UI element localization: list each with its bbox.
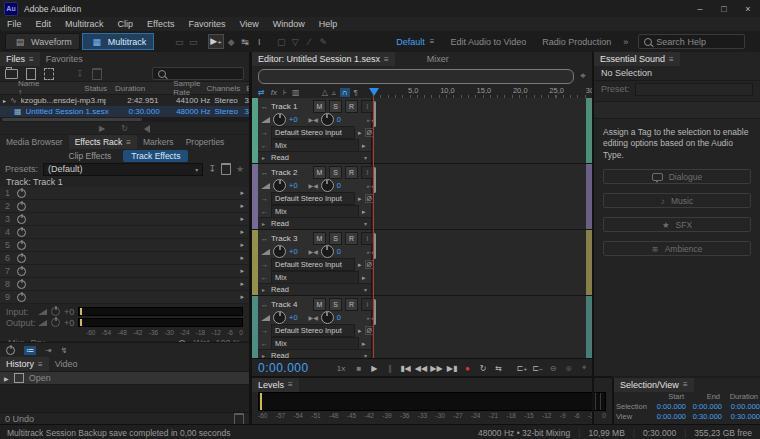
selection-duration[interactable]: 0:00.000: [722, 402, 760, 411]
import-file-icon[interactable]: [26, 68, 36, 80]
chevron-right-icon[interactable]: ▸: [358, 261, 362, 269]
power-icon[interactable]: [17, 280, 26, 289]
pan-knob[interactable]: [321, 245, 334, 258]
effect-slot[interactable]: 5 ▸: [0, 239, 249, 252]
effect-slot[interactable]: 3 ▸: [0, 213, 249, 226]
marker-pin-icon[interactable]: ¶: [354, 88, 358, 97]
skip-selection-button[interactable]: ⇆: [491, 364, 507, 373]
effect-slot[interactable]: 7 ▸: [0, 265, 249, 278]
file-row-selected[interactable]: ▦ Untitled Session 1.sesx 0:30.000 48000…: [0, 106, 249, 117]
volume-knob[interactable]: [273, 311, 286, 324]
automation-expand-icon[interactable]: ▸: [262, 220, 265, 227]
history-entry[interactable]: ▶ Open: [0, 371, 249, 385]
tab-history[interactable]: History ≡: [0, 357, 49, 371]
lasso-tool-icon[interactable]: ▽: [288, 37, 302, 47]
waveform-view-button[interactable]: ▤ Waveform: [5, 33, 80, 50]
workspace-overflow[interactable]: »: [623, 37, 628, 47]
metering-icon[interactable]: ▥: [292, 88, 300, 97]
sfx-button[interactable]: ★ SFX: [603, 217, 751, 232]
output-power-icon[interactable]: [51, 318, 60, 327]
rewind-button[interactable]: ◀◀: [413, 364, 429, 373]
tab-markers[interactable]: Markers: [137, 135, 180, 149]
pan-knob[interactable]: [321, 179, 334, 192]
menu-item[interactable]: Effects: [140, 19, 181, 29]
tab-levels[interactable]: Levels ≡: [252, 378, 299, 392]
editor-panel-menu-icon[interactable]: ≡: [384, 55, 389, 64]
volume-knob[interactable]: [273, 245, 286, 258]
rack-list-view-icon[interactable]: ≔: [24, 346, 36, 355]
col-channels[interactable]: Channels: [206, 84, 240, 93]
chevron-right-icon[interactable]: ▸: [362, 142, 366, 150]
snap-time-icon[interactable]: △: [322, 88, 328, 97]
power-icon[interactable]: [17, 228, 26, 237]
tab-files[interactable]: Files ≡: [0, 52, 40, 66]
arm-button[interactable]: R: [345, 298, 358, 311]
tab-effects-rack[interactable]: Effects Rack ≡: [69, 135, 137, 149]
menu-item[interactable]: Help: [312, 19, 345, 29]
mute-button[interactable]: M: [313, 166, 326, 179]
menu-item[interactable]: View: [232, 19, 265, 29]
mute-button[interactable]: M: [313, 298, 326, 311]
zoom-out-time-button[interactable]: ⊏₋: [530, 364, 546, 373]
loop-playback-button[interactable]: ↻: [475, 364, 491, 373]
chevron-right-icon[interactable]: ▸: [362, 208, 366, 216]
chevron-right-icon[interactable]: ▸: [240, 267, 244, 275]
pan-value[interactable]: 0: [337, 181, 341, 190]
power-icon[interactable]: [17, 293, 26, 302]
chevron-down-icon[interactable]: ▾: [364, 352, 367, 358]
zoom-in-button[interactable]: ⊖: [545, 364, 561, 373]
pause-button[interactable]: ∥: [382, 364, 398, 373]
arm-button[interactable]: R: [345, 166, 358, 179]
zoom-full-button[interactable]: ⌖: [576, 363, 592, 373]
view-end[interactable]: 0:30.000: [686, 412, 722, 421]
track-name[interactable]: Track 3: [271, 234, 297, 243]
track-input-select[interactable]: Default Stereo Input: [271, 258, 355, 271]
levels-panel-menu-icon[interactable]: ≡: [288, 380, 293, 389]
multitrack-view-button[interactable]: ▦ Multitrack: [82, 33, 155, 50]
track-lane[interactable]: [371, 296, 586, 358]
pan-knob[interactable]: [321, 113, 334, 126]
volume-value[interactable]: +0: [289, 247, 298, 256]
tab-media-browser[interactable]: Media Browser: [0, 135, 69, 149]
chevron-right-icon[interactable]: ▸: [362, 274, 366, 282]
panel-layout2-icon[interactable]: ▭: [186, 37, 200, 47]
favorite-star-icon[interactable]: ★: [236, 164, 244, 174]
arm-button[interactable]: R: [345, 100, 358, 113]
effect-slot[interactable]: 1 ▸: [0, 187, 249, 200]
chevron-right-icon[interactable]: ▸: [240, 241, 244, 249]
power-icon[interactable]: [17, 215, 26, 224]
go-to-start-button[interactable]: ▮◀: [398, 364, 414, 373]
chevron-right-icon[interactable]: ▸: [358, 327, 362, 335]
power-icon[interactable]: [17, 241, 26, 250]
pan-value[interactable]: 0: [337, 313, 341, 322]
automation-mode-select[interactable]: Read: [268, 350, 352, 358]
tab-essential-sound[interactable]: Essential Sound ≡: [594, 52, 680, 66]
pan-value[interactable]: 0: [337, 247, 341, 256]
effect-slot[interactable]: 2 ▸: [0, 200, 249, 213]
solo-button[interactable]: S: [329, 232, 342, 245]
menu-item[interactable]: Edit: [29, 19, 59, 29]
pan-value[interactable]: 0: [337, 115, 341, 124]
selection-start[interactable]: 0:00.000: [652, 402, 686, 411]
file-row[interactable]: ▸ ∿ kzogub...ensdej-mp3.mp3 2:42.951 441…: [0, 95, 249, 106]
chevron-right-icon[interactable]: ▸: [240, 215, 244, 223]
col-sample-rate[interactable]: Sample Rate: [173, 79, 200, 97]
col-duration[interactable]: Duration: [115, 84, 145, 93]
volume-value[interactable]: +0: [289, 115, 298, 124]
selection-end[interactable]: 0:00.000: [686, 402, 722, 411]
chevron-right-icon[interactable]: ▸: [358, 129, 362, 137]
solo-button[interactable]: S: [329, 166, 342, 179]
power-icon[interactable]: [17, 254, 26, 263]
track-drag-icon[interactable]: ↔: [261, 169, 268, 176]
panel-layout-icon[interactable]: ▭: [172, 37, 186, 47]
scroll-sync-icon[interactable]: ⇄: [258, 88, 265, 97]
timeline-ruler[interactable]: 5,010,015,020,025,030,0: [373, 86, 592, 98]
track-input-select[interactable]: Default Stereo Input: [271, 192, 355, 205]
power-icon[interactable]: [17, 267, 26, 276]
output-gain-value[interactable]: +0: [64, 318, 74, 328]
workspace-menu-icon[interactable]: ≡: [430, 37, 435, 46]
chevron-down-icon[interactable]: ▾: [364, 154, 367, 161]
col-status[interactable]: Status: [84, 84, 107, 93]
tab-video[interactable]: Video: [49, 357, 84, 371]
chevron-right-icon[interactable]: ▸: [240, 293, 244, 301]
